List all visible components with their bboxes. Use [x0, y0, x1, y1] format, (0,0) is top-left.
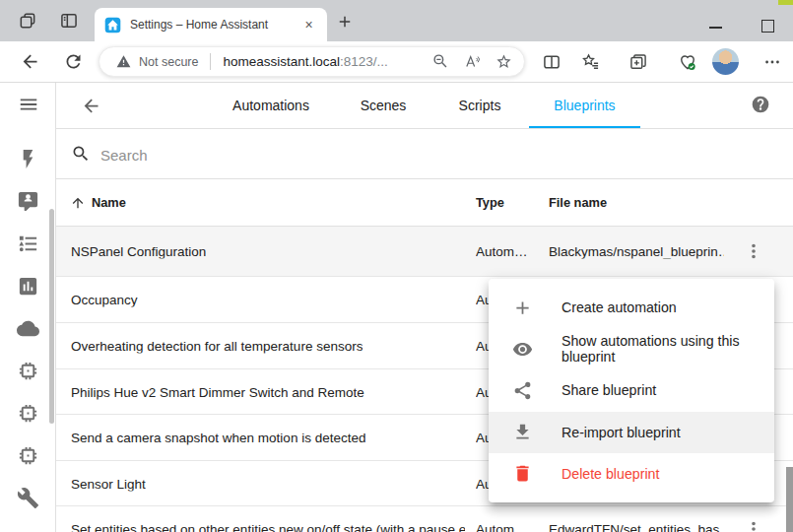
row-type: Autom… — [476, 522, 528, 532]
address-divider — [210, 53, 211, 70]
favorite-star-icon[interactable] — [496, 53, 512, 70]
sidebar-assist-icon[interactable] — [17, 190, 39, 213]
row-overflow-menu-icon[interactable] — [742, 239, 765, 263]
menu-item-label: Show automations using this blueprint — [562, 333, 774, 365]
vertical-tabs-icon[interactable] — [59, 11, 79, 31]
sidebar-history-chart-icon[interactable] — [17, 275, 39, 298]
minimize-button[interactable] — [709, 27, 722, 29]
eye-icon — [512, 339, 533, 360]
row-context-menu: Create automation Show automations using… — [489, 279, 774, 502]
column-header-name[interactable]: Name — [92, 179, 126, 227]
sidebar-scrollbar-thumb[interactable] — [49, 209, 54, 424]
active-tab-underline — [529, 126, 640, 128]
sidebar-device-chip-icon-1[interactable] — [17, 360, 39, 382]
plus-icon — [512, 298, 533, 318]
browser-window: Settings – Home Assistant × Not secure h… — [0, 0, 793, 532]
split-screen-icon[interactable] — [542, 52, 562, 72]
ha-header: Automations Scenes Scripts Blueprints — [56, 83, 793, 129]
tab-title: Settings – Home Assistant — [130, 18, 300, 32]
menu-hamburger-icon[interactable] — [18, 94, 39, 115]
search-icon — [71, 144, 91, 164]
tab-scenes[interactable]: Scenes — [334, 83, 432, 129]
menu-item-share-blueprint[interactable]: Share blueprint — [489, 369, 774, 411]
row-name: NSPanel Configuration — [71, 244, 206, 259]
row-name: Set entities based on other entities new… — [71, 522, 465, 532]
row-file: EdwardTFN/set_entities_bas… — [549, 522, 724, 532]
row-name: Sensor Light — [71, 476, 146, 491]
refresh-icon[interactable] — [63, 51, 84, 72]
more-options-icon[interactable] — [762, 52, 782, 72]
table-row[interactable]: Set entities based on other entities new… — [56, 506, 793, 532]
table-row[interactable]: NSPanel Configuration Autom… Blackymas/n… — [56, 227, 793, 277]
menu-item-label: Re-import blueprint — [562, 425, 681, 440]
sidebar-energy-flash-icon[interactable] — [17, 148, 39, 170]
address-bar[interactable]: Not secure homeassistant.local :8123/... — [99, 46, 525, 77]
download-icon — [512, 422, 533, 442]
back-icon[interactable] — [20, 51, 40, 72]
tab-automations[interactable]: Automations — [212, 83, 330, 129]
read-aloud-icon[interactable] — [464, 53, 481, 70]
row-name: Philips Hue v2 Smart Dimmer Switch and R… — [71, 384, 364, 399]
zoom-out-icon[interactable] — [432, 53, 449, 70]
sidebar-todo-list-icon[interactable] — [17, 233, 39, 255]
row-name: Send a camera snapshot when motion is de… — [71, 431, 365, 445]
row-file: Blackymas/nspanel_blueprin… — [549, 244, 724, 259]
maximize-button[interactable] — [761, 20, 774, 33]
security-label: Not secure — [139, 55, 198, 69]
sidebar-device-chip-icon-2[interactable] — [17, 402, 39, 425]
tab-blueprints[interactable]: Blueprints — [529, 83, 640, 129]
row-name: Overheating detection for all temperatur… — [71, 339, 363, 354]
browser-toolbar: Not secure homeassistant.local :8123/... — [0, 41, 793, 83]
profile-avatar[interactable] — [712, 48, 739, 75]
search-bar — [56, 129, 793, 179]
tab-strip: Settings – Home Assistant × — [0, 0, 793, 41]
sidebar-tools-wrench-icon[interactable] — [17, 487, 39, 509]
menu-item-label: Delete blueprint — [562, 466, 659, 482]
new-tab-icon[interactable] — [336, 13, 354, 31]
menu-item-reimport-blueprint[interactable]: Re-import blueprint — [489, 412, 774, 453]
menu-item-show-automations[interactable]: Show automations using this blueprint — [489, 328, 774, 369]
sidebar-device-chip-icon-3[interactable] — [17, 444, 39, 467]
page-scrollbar-thumb[interactable] — [786, 467, 793, 532]
column-header-file[interactable]: File name — [549, 179, 607, 227]
table-header: Name Type File name — [56, 179, 793, 227]
not-secure-warning-icon[interactable] — [116, 54, 131, 69]
favorites-icon[interactable] — [581, 52, 601, 72]
share-icon — [512, 380, 533, 401]
tab-actions-icon[interactable] — [18, 11, 37, 31]
ha-sidebar — [0, 83, 56, 532]
menu-item-label: Create automation — [562, 299, 677, 315]
help-icon[interactable] — [751, 95, 770, 114]
tab-scripts[interactable]: Scripts — [430, 83, 529, 129]
row-overflow-menu-icon[interactable] — [742, 517, 765, 532]
row-type: Autom… — [476, 244, 528, 259]
tab-close-icon[interactable]: × — [300, 17, 317, 33]
trash-icon — [512, 463, 533, 484]
ha-back-arrow-icon[interactable] — [81, 96, 101, 116]
background-sliver — [778, 0, 793, 5]
browser-essentials-icon[interactable] — [678, 52, 697, 72]
home-assistant-favicon — [104, 17, 121, 33]
menu-item-label: Share blueprint — [562, 382, 656, 398]
menu-item-create-automation[interactable]: Create automation — [489, 287, 774, 328]
sidebar-cloud-icon[interactable] — [17, 317, 39, 340]
menu-item-delete-blueprint[interactable]: Delete blueprint — [489, 453, 774, 495]
url-suffix: :8123/... — [340, 54, 388, 69]
search-input[interactable] — [99, 129, 743, 180]
column-header-type[interactable]: Type — [476, 179, 504, 227]
url-host: homeassistant.local — [223, 54, 340, 69]
row-name: Occupancy — [71, 293, 138, 307]
collections-icon[interactable] — [628, 52, 648, 72]
browser-tab[interactable]: Settings – Home Assistant × — [95, 8, 327, 41]
sort-arrow-up-icon[interactable] — [70, 195, 86, 211]
